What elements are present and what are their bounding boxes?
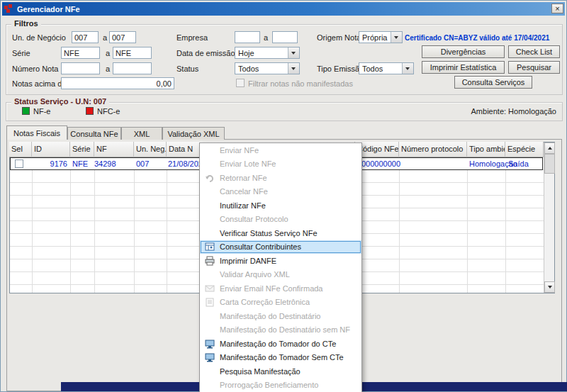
- monitor-icon: [203, 338, 217, 349]
- menu-item-validar-arquivo-xml[interactable]: Validar Arquivo XML: [200, 268, 361, 282]
- tab-validacao-xml[interactable]: Validação XML: [162, 127, 225, 140]
- chevron-down-icon: [288, 63, 299, 74]
- notas-acima-label: Notas acima de: [12, 79, 66, 88]
- cell-especie: Saída: [508, 159, 529, 168]
- certificado-text: Certificado CN=ABYZ válido até 17/04/202…: [405, 34, 549, 42]
- divergencias-button[interactable]: Divergências: [422, 45, 505, 58]
- close-icon: ×: [555, 4, 559, 13]
- close-button[interactable]: ×: [551, 4, 563, 13]
- menu-item-consultar-protocolo[interactable]: Consultar Protocolo: [200, 213, 361, 227]
- menu-item-prorrogacao-beneficiamento[interactable]: Prorrogação Beneficiamento: [200, 379, 361, 392]
- tipo-emissao-label: Tipo Emissão: [317, 65, 364, 73]
- menu-item-retornar-nfe[interactable]: Retornar NFe: [200, 171, 361, 185]
- ambiente-label: Ambiente: Homologação: [471, 107, 556, 116]
- nfce-status-swatch: [86, 107, 94, 115]
- cell-un-neg: 007: [136, 159, 149, 168]
- menu-item-carta-correcao-eletronica[interactable]: Carta Correção Eletrônica: [200, 296, 361, 310]
- tab-consulta-nfe[interactable]: Consulta NFe: [67, 127, 121, 140]
- scroll-up-button[interactable]: [544, 142, 555, 154]
- cell-serie: NFE: [72, 159, 88, 168]
- contacts-icon: [203, 241, 217, 252]
- consulta-servicos-button[interactable]: Consulta Serviços: [454, 76, 532, 89]
- menu-item-manifestacao-destinatario-sem-nf[interactable]: Manifestação do Destinatário sem NF: [200, 323, 361, 337]
- range-sep: a: [264, 33, 268, 42]
- col-header-serie[interactable]: Série: [70, 142, 94, 157]
- menu-item-enviar-lote-nfe[interactable]: Enviar Lote NFe: [200, 157, 361, 172]
- menu-item-inutilizar-nfe[interactable]: Inutilizar NFe: [200, 198, 361, 213]
- chevron-down-icon: [402, 63, 413, 74]
- titlebar: Gerenciador NFe: [2, 2, 565, 16]
- numero-nota-from-input[interactable]: [61, 62, 100, 74]
- pesquisar-button[interactable]: Pesquisar: [508, 61, 560, 74]
- blank-icon: [203, 366, 217, 377]
- printer-icon: [203, 255, 217, 267]
- menu-item-enviar-email-nfe-confirmada[interactable]: Enviar Email NFe Confirmada: [200, 281, 361, 296]
- notas-acima-input[interactable]: [61, 77, 174, 89]
- serie-from-input[interactable]: [61, 47, 100, 59]
- blank-icon: [203, 186, 217, 197]
- status-select[interactable]: Todos: [235, 62, 300, 74]
- nfce-status-label: NFC-e: [97, 107, 120, 116]
- menu-item-manifestacao-tomador-sem-cte[interactable]: Manifestação do Tomador Sem CTe: [200, 351, 361, 365]
- blank-icon: [203, 158, 217, 169]
- origem-nota-select[interactable]: Própria: [359, 31, 403, 43]
- nfe-status-swatch: [22, 107, 30, 115]
- data-emissao-label: Data de emissão: [176, 49, 235, 57]
- menu-item-consultar-contribuintes[interactable]: Consultar Contribuintes: [200, 240, 361, 254]
- un-negocio-from-input[interactable]: [72, 31, 99, 43]
- scroll-thumb[interactable]: [544, 154, 555, 174]
- cell-id: 9176: [33, 159, 67, 168]
- blank-icon: [203, 324, 217, 335]
- serie-to-input[interactable]: [113, 47, 152, 59]
- table-vscrollbar[interactable]: [544, 142, 554, 293]
- status-servico-title: Status Serviço - U.N: 007: [11, 97, 109, 106]
- check-list-button[interactable]: Check List: [508, 45, 560, 58]
- blank-icon: [203, 310, 217, 322]
- menu-item-imprimir-danfe[interactable]: Imprimir DANFE: [200, 254, 361, 268]
- monitor-icon: [203, 352, 217, 363]
- blank-icon: [203, 200, 217, 211]
- numero-nota-to-input[interactable]: [113, 62, 152, 74]
- col-header-id[interactable]: ID: [32, 142, 70, 157]
- tipo-emissao-select[interactable]: Todos: [359, 62, 414, 74]
- context-menu: Enviar NFe Enviar Lote NFe Retornar NFe …: [199, 142, 362, 392]
- tab-notas-fiscais[interactable]: Notas Fiscais: [6, 125, 67, 140]
- window-title: Gerenciador NFe: [17, 5, 80, 13]
- app-icon: [4, 4, 13, 13]
- chevron-down-icon: [391, 32, 402, 43]
- row-select-checkbox[interactable]: [15, 159, 23, 168]
- col-header-tipo-ambiente[interactable]: Tipo ambiente: [467, 142, 505, 157]
- menu-item-enviar-nfe[interactable]: Enviar NFe: [200, 143, 361, 157]
- blank-icon: [203, 213, 217, 225]
- filtrar-manifestadas-label: Filtrar notas não manifestadas: [248, 79, 353, 88]
- col-header-nf[interactable]: NF: [94, 142, 134, 157]
- col-header-sel[interactable]: Sel: [9, 142, 32, 157]
- tab-xml[interactable]: XML: [121, 127, 162, 140]
- numero-nota-label: Número Nota: [12, 65, 58, 73]
- menu-item-verificar-status-servico-nfe[interactable]: Verificar Status Serviço NFe: [200, 226, 361, 240]
- return-icon: [203, 172, 217, 184]
- menu-item-pesquisa-manifestacao[interactable]: Pesquisa Manifestação: [200, 364, 361, 379]
- status-label: Status: [176, 65, 198, 73]
- col-header-numero-protocolo[interactable]: Número protocolo: [399, 142, 467, 157]
- blank-icon: [203, 145, 217, 156]
- origem-nota-label: Origem Nota: [317, 33, 361, 42]
- empresa-to-input[interactable]: [272, 31, 298, 43]
- menu-item-manifestacao-destinatario[interactable]: Manifestação do Destinatário: [200, 309, 361, 323]
- range-sep: a: [106, 49, 110, 57]
- empresa-from-input[interactable]: [235, 31, 260, 43]
- menu-item-cancelar-nfe[interactable]: Cancelar NFe: [200, 185, 361, 199]
- serie-label: Série: [12, 49, 30, 57]
- blank-icon: [203, 379, 217, 391]
- col-header-especie[interactable]: Espécie: [505, 142, 544, 157]
- blank-icon: [203, 228, 217, 239]
- email-icon: [203, 283, 217, 294]
- filtrar-manifestadas-checkbox[interactable]: [236, 79, 245, 87]
- menu-item-manifestacao-tomador-cte[interactable]: Manifestação do Tomador do CTe: [200, 337, 361, 351]
- data-emissao-select[interactable]: Hoje: [235, 47, 300, 59]
- imprimir-estatistica-button[interactable]: Imprimir Estatística: [422, 61, 505, 74]
- col-header-un-neg[interactable]: Un. Neg.: [134, 142, 167, 157]
- scroll-down-button[interactable]: [544, 281, 555, 293]
- un-negocio-label: Un. de Negócio: [12, 33, 66, 42]
- un-negocio-to-input[interactable]: [109, 31, 136, 43]
